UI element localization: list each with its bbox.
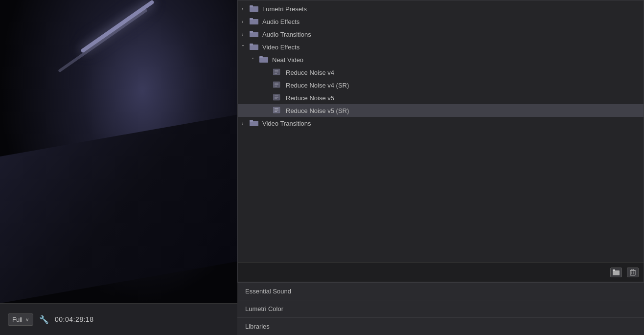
tree-item-audio-effects[interactable]: › Audio Effects xyxy=(238,15,644,28)
essential-sound-label: Essential Sound xyxy=(245,288,291,295)
svg-rect-30 xyxy=(630,270,635,275)
right-panel: › Lumetri Presets › Au xyxy=(237,0,644,335)
tree-item-reduce-noise-v5-sr[interactable]: Reduce Noise v5 (SR) xyxy=(238,104,644,117)
svg-rect-9 xyxy=(259,56,263,58)
lumetri-color-label: Lumetri Color xyxy=(245,305,283,313)
chevron-right-icon: › xyxy=(242,6,250,12)
effects-list: › Lumetri Presets › Au xyxy=(238,0,644,262)
reduce-noise-v5-sr-label: Reduce Noise v5 (SR) xyxy=(286,107,640,114)
folder-icon xyxy=(250,119,259,127)
chevron-right-icon: › xyxy=(242,19,250,24)
lumetri-color-panel-header[interactable]: Lumetri Color xyxy=(237,300,644,317)
svg-rect-3 xyxy=(250,18,253,20)
folder-icon xyxy=(250,18,259,25)
audio-effects-label: Audio Effects xyxy=(262,18,640,25)
tree-item-reduce-noise-v5[interactable]: Reduce Noise v5 xyxy=(238,91,644,104)
folder-icon xyxy=(250,43,259,51)
svg-rect-28 xyxy=(613,270,620,275)
reduce-noise-v5-label: Reduce Noise v5 xyxy=(286,94,640,102)
video-effects-label: Video Effects xyxy=(262,44,640,51)
folder-icon xyxy=(250,30,259,38)
effects-panel: › Lumetri Presets › Au xyxy=(237,0,644,282)
video-transitions-label: Video Transitions xyxy=(262,120,640,127)
svg-rect-1 xyxy=(250,5,253,7)
tree-item-neat-video[interactable]: ˅ Neat Video xyxy=(238,53,644,66)
lumetri-presets-label: Lumetri Presets xyxy=(262,5,640,13)
reduce-noise-v4-sr-label: Reduce Noise v4 (SR) xyxy=(286,82,640,89)
preview-dark-overlay xyxy=(0,114,237,303)
timecode-display: 00:04:28:18 xyxy=(55,315,93,323)
preview-controls: Full ∨ 🔧 00:04:28:18 xyxy=(0,303,237,335)
tree-item-audio-transitions[interactable]: › Audio Transitions xyxy=(238,28,644,41)
effect-icon xyxy=(273,94,283,102)
quality-chevron-icon: ∨ xyxy=(25,317,29,322)
audio-transitions-label: Audio Transitions xyxy=(262,31,640,38)
svg-rect-7 xyxy=(250,44,253,45)
svg-rect-5 xyxy=(250,31,253,33)
effect-icon xyxy=(273,107,283,114)
folder-icon xyxy=(250,5,259,13)
bottom-panels: Essential Sound Lumetri Color Libraries xyxy=(237,282,644,335)
libraries-panel-header[interactable]: Libraries xyxy=(237,317,644,335)
tree-item-lumetri-presets[interactable]: › Lumetri Presets xyxy=(238,2,644,15)
delete-button[interactable] xyxy=(627,268,639,277)
folder-icon xyxy=(259,56,269,64)
svg-rect-29 xyxy=(613,269,615,271)
neat-video-label: Neat Video xyxy=(272,56,640,64)
quality-label: Full xyxy=(12,316,23,323)
chevron-down-icon: ˅ xyxy=(242,45,250,50)
effect-icon xyxy=(273,68,283,76)
tree-item-video-effects[interactable]: ˅ Video Effects xyxy=(238,41,644,53)
chevron-right-icon: › xyxy=(242,121,250,126)
tree-item-reduce-noise-v4[interactable]: Reduce Noise v4 xyxy=(238,66,644,79)
chevron-down-icon: ˅ xyxy=(252,57,259,63)
tree-item-reduce-noise-v4-sr[interactable]: Reduce Noise v4 (SR) xyxy=(238,79,644,91)
settings-icon[interactable]: 🔧 xyxy=(39,315,49,324)
effects-footer xyxy=(238,262,644,282)
preview-image xyxy=(0,0,237,303)
preview-panel: Full ∨ 🔧 00:04:28:18 xyxy=(0,0,237,335)
svg-rect-27 xyxy=(250,120,253,122)
chevron-right-icon: › xyxy=(242,32,250,37)
effect-icon xyxy=(273,81,283,89)
essential-sound-panel-header[interactable]: Essential Sound xyxy=(237,282,644,300)
reduce-noise-v4-label: Reduce Noise v4 xyxy=(286,69,640,76)
tree-item-video-transitions[interactable]: › Video Transitions xyxy=(238,117,644,130)
new-bin-button[interactable] xyxy=(610,268,622,277)
libraries-label: Libraries xyxy=(245,323,270,330)
quality-select[interactable]: Full ∨ xyxy=(8,313,33,326)
